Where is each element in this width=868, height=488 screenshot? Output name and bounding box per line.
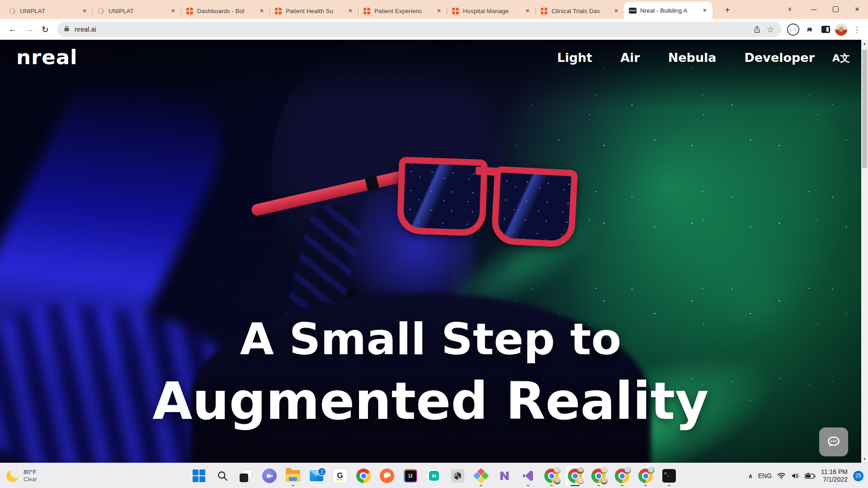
chat-bubble-icon (826, 434, 841, 450)
nav-item-nebula[interactable]: Nebula (668, 51, 717, 65)
share-icon[interactable] (750, 23, 764, 36)
chrome-window-active-button[interactable] (565, 465, 585, 487)
nav-item-developer[interactable]: Developer (745, 51, 815, 65)
running-indicator (480, 485, 482, 486)
chrome-icon (544, 469, 559, 483)
chat-widget-button[interactable] (819, 427, 848, 456)
chrome-window-2-button[interactable] (589, 465, 609, 487)
scrollbar-thumb[interactable] (862, 50, 867, 168)
start-button[interactable] (189, 465, 209, 487)
ai-app-icon: AI (427, 469, 441, 483)
close-window-button[interactable]: ✕ (846, 0, 868, 18)
tab-close-icon[interactable]: ✕ (612, 7, 620, 15)
purple-n-app-button[interactable] (495, 465, 514, 487)
tab-clinical-trials[interactable]: Clinical Trials Das ✕ (535, 3, 624, 19)
extension-status-icon[interactable]: (···) (786, 23, 800, 36)
browser-toolbar: ← → ↻ nreal.ai ☆ (···) ⋮ (0, 19, 868, 40)
page-scrollbar[interactable]: ▲ ▼ (861, 40, 868, 463)
chrome-window-1-button[interactable] (542, 465, 561, 487)
tab-close-icon[interactable]: ✕ (524, 7, 532, 15)
tab-uniplat-2[interactable]: UNIPLAT ✕ (92, 3, 181, 19)
tab-search-chevron-icon[interactable]: ∨ (781, 0, 798, 18)
running-indicator (550, 485, 553, 486)
intellij-button[interactable]: IJ (401, 465, 420, 487)
input-language-indicator[interactable]: ENG (758, 472, 772, 479)
chrome-window-3-button[interactable] (612, 465, 632, 487)
unity-button[interactable] (448, 465, 467, 487)
teams-chat-button[interactable] (259, 465, 279, 487)
tab-close-icon[interactable]: ✕ (258, 7, 266, 15)
scroll-down-icon[interactable]: ▼ (861, 455, 868, 463)
tab-close-icon[interactable]: ✕ (80, 7, 89, 15)
battery-charging-icon[interactable] (805, 473, 816, 479)
tab-title: Dashboards - Bol (197, 8, 258, 14)
tab-uniplat-1[interactable]: UNIPLAT ✕ (4, 3, 92, 19)
minimize-button[interactable]: — (803, 0, 825, 18)
postman-button[interactable] (377, 465, 397, 487)
tray-overflow-chevron-icon[interactable]: ∧ (748, 473, 753, 479)
diamond-grid-icon (474, 469, 488, 483)
nreal-favicon-icon: nreal (628, 6, 637, 14)
nav-item-air[interactable]: Air (620, 51, 640, 65)
wifi-icon[interactable] (777, 472, 786, 479)
tab-hospital-management[interactable]: Hospital Manage ✕ (447, 3, 535, 19)
profile-avatar[interactable] (835, 23, 847, 36)
nreal-logo[interactable]: nreal (16, 47, 78, 67)
browser-menu-icon[interactable]: ⋮ (850, 25, 863, 34)
diamond-app-button[interactable] (471, 465, 491, 487)
language-toggle-icon[interactable]: A文 (832, 52, 850, 65)
tab-close-icon[interactable]: ✕ (435, 7, 443, 15)
task-view-button[interactable] (236, 465, 256, 487)
postman-icon (380, 469, 394, 483)
tab-nreal-active[interactable]: nreal Nreal - Building A ✕ (624, 2, 712, 19)
url-text[interactable]: nreal.ai (75, 26, 750, 33)
side-panel-icon[interactable] (819, 23, 832, 36)
tray-time: 11:16 PM (821, 468, 848, 476)
tab-dashboards[interactable]: Dashboards - Bol ✕ (181, 3, 269, 19)
active-window-indicator (571, 485, 580, 486)
chrome-button[interactable] (354, 465, 373, 487)
tab-title: UNIPLAT (108, 8, 169, 14)
scroll-up-icon[interactable]: ▲ (861, 40, 868, 47)
maximize-icon (833, 6, 839, 12)
nav-item-light[interactable]: Light (557, 51, 592, 65)
address-bar[interactable]: nreal.ai ☆ (57, 22, 782, 37)
tab-title: UNIPLAT (20, 8, 80, 14)
forward-button[interactable]: → (21, 21, 37, 38)
windows-logo-icon (193, 469, 205, 482)
volume-icon[interactable] (791, 472, 799, 479)
notification-count-badge[interactable]: 25 (853, 471, 863, 481)
clock-widget[interactable]: 11:16 PM 7/1/2022 (821, 468, 848, 483)
site-navigation: Light Air Nebula Developer (557, 51, 815, 65)
tab-close-icon[interactable]: ✕ (346, 7, 354, 15)
tab-close-icon[interactable]: ✕ (701, 6, 709, 14)
weather-widget[interactable]: 80°F Clear (6, 463, 37, 488)
boldbi-favicon-icon (363, 7, 371, 15)
search-button[interactable] (212, 465, 232, 487)
grammar-app-button[interactable]: G (330, 465, 350, 487)
chrome-window-4-button[interactable] (636, 465, 656, 487)
back-button[interactable]: ← (5, 21, 21, 38)
bookmark-star-icon[interactable]: ☆ (764, 23, 777, 36)
file-explorer-button[interactable] (283, 465, 303, 487)
mail-button[interactable]: 2 (307, 465, 326, 487)
maximize-button[interactable] (825, 0, 846, 18)
tab-title: Nreal - Building A (640, 7, 701, 14)
taskbar-center-icons: 2 G IJ AI (189, 463, 679, 488)
new-tab-button[interactable]: + (721, 3, 734, 17)
hero-headline: A Small Step to Augmented Reality (0, 316, 861, 428)
reload-button[interactable]: ↻ (37, 21, 53, 38)
terminal-button[interactable]: >_ (659, 465, 679, 487)
tab-patient-experience[interactable]: Patient Experienc ✕ (358, 3, 447, 19)
intellij-icon: IJ (404, 469, 417, 483)
chrome-icon (356, 469, 371, 483)
running-indicator (668, 485, 670, 486)
tab-close-icon[interactable]: ✕ (169, 7, 177, 15)
boldbi-favicon-icon (451, 7, 459, 15)
tab-patient-health[interactable]: Patient Health Su ✕ (269, 3, 358, 19)
ai-app-button[interactable]: AI (424, 465, 444, 487)
system-tray: ∧ ENG 11:16 PM 7/1/2022 25 (748, 463, 863, 488)
visual-studio-button[interactable] (518, 465, 538, 487)
running-indicator (621, 485, 623, 486)
extensions-puzzle-icon[interactable] (802, 23, 816, 36)
